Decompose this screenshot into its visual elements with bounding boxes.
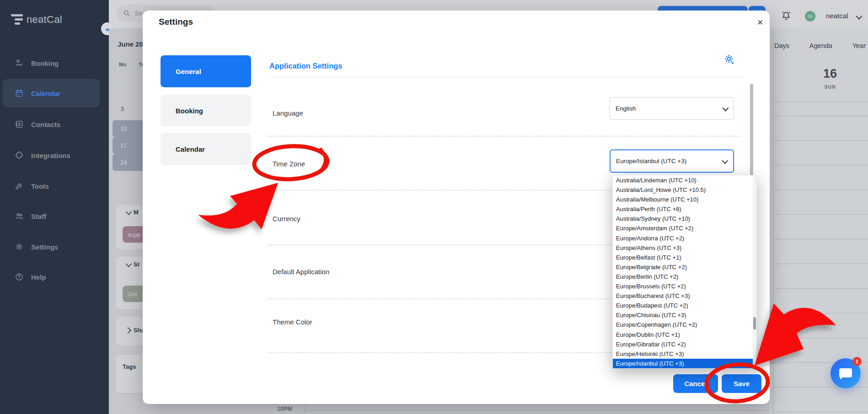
timezone-option[interactable]: Europe/Bucharest (UTC +3) <box>613 291 756 301</box>
timezone-option[interactable]: Europe/Berlin (UTC +2) <box>613 272 756 281</box>
timezone-label: Time Zone <box>273 160 305 168</box>
timezone-option[interactable]: Europe/Budapest (UTC +2) <box>613 301 756 310</box>
chevron-down-icon <box>722 105 729 111</box>
timezone-option[interactable]: Europe/Dublin (UTC +1) <box>613 330 756 340</box>
tab-booking[interactable]: Booking <box>161 95 251 127</box>
tab-general[interactable]: General <box>161 55 251 87</box>
save-button[interactable]: Save <box>722 374 761 393</box>
timezone-option[interactable]: Australia/Lindeman (UTC +10) <box>613 175 756 185</box>
application-settings-gear-icon[interactable] <box>723 53 735 65</box>
timezone-option[interactable]: Europe/Chisinau (UTC +3) <box>613 310 756 320</box>
timezone-option[interactable]: Europe/Belfast (UTC +1) <box>613 253 756 262</box>
timezone-option[interactable]: Australia/Melbourne (UTC +10) <box>613 195 756 204</box>
language-select[interactable]: English <box>610 97 734 120</box>
timezone-option[interactable]: Europe/Belgrade (UTC +2) <box>613 262 756 272</box>
divider <box>268 77 745 77</box>
close-icon[interactable]: ✕ <box>754 16 766 29</box>
chevron-down-icon <box>722 158 728 164</box>
section-heading: Application Settings <box>269 62 343 70</box>
timezone-select[interactable]: Europe/Istanbul (UTC +3) <box>610 149 734 173</box>
chat-bubble-icon <box>839 368 852 377</box>
currency-label: Currency <box>273 215 300 223</box>
divider <box>268 136 740 137</box>
timezone-dropdown-list: Australia/Lindeman (UTC +10) Australia/L… <box>612 175 757 369</box>
modal-title: Settings <box>159 17 193 27</box>
timezone-option[interactable]: Europe/Brussels (UTC +2) <box>613 281 756 291</box>
default-application-label: Default Application <box>273 268 329 276</box>
timezone-option[interactable]: Australia/Lord_Howe (UTC +10.5) <box>613 185 756 195</box>
timezone-option[interactable]: Europe/Andorra (UTC +2) <box>613 234 756 243</box>
language-value: English <box>616 105 636 112</box>
tab-calendar[interactable]: Calendar <box>161 133 251 165</box>
dropdown-scrollbar[interactable] <box>753 175 756 368</box>
theme-color-label: Theme Color <box>273 318 312 326</box>
chat-notification-badge: 1 <box>852 357 862 366</box>
app-root: Se neatCal Booking Calendar Contacts Int… <box>0 0 868 414</box>
timezone-option[interactable]: Europe/Amsterdam (UTC +2) <box>613 223 756 233</box>
dropdown-scrollbar-thumb[interactable] <box>753 317 756 329</box>
timezone-option[interactable]: Australia/Sydney (UTC +10) <box>613 214 756 223</box>
timezone-option[interactable]: Australia/Perth (UTC +8) <box>613 204 756 214</box>
timezone-option[interactable]: Europe/Gibraltar (UTC +2) <box>613 340 756 349</box>
timezone-option-selected[interactable]: Europe/Istanbul (UTC +3) <box>613 359 756 368</box>
timezone-option[interactable]: Europe/Athens (UTC +3) <box>613 243 756 253</box>
cancel-button[interactable]: Cancel <box>673 374 718 393</box>
timezone-option[interactable]: Europe/Copenhagen (UTC +2) <box>613 320 756 329</box>
timezone-value: Europe/Istanbul (UTC +3) <box>616 158 686 165</box>
language-label: Language <box>273 109 303 117</box>
timezone-option[interactable]: Europe/Helsinki (UTC +3) <box>613 349 756 359</box>
